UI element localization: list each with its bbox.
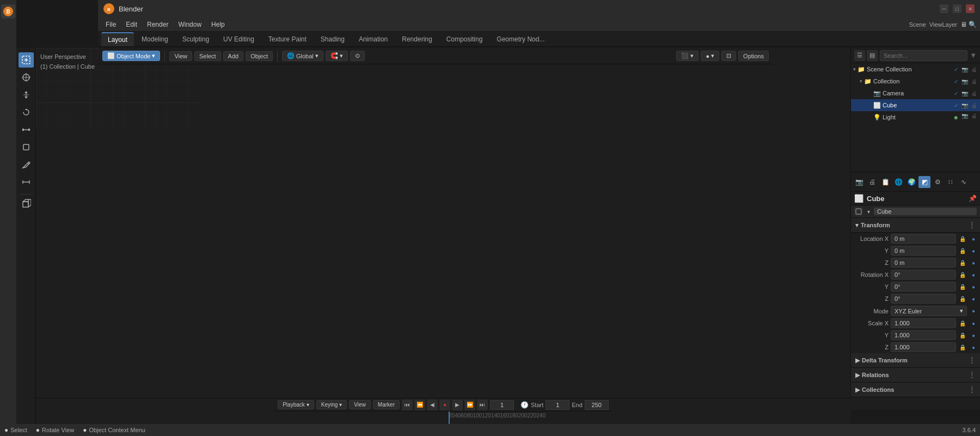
- col-camera[interactable]: 📷: [960, 78, 969, 84]
- scale-z-value[interactable]: 1.000: [891, 342, 956, 352]
- start-frame-input[interactable]: [546, 400, 569, 410]
- sc-camera[interactable]: 📷: [960, 66, 969, 72]
- options-button[interactable]: Options: [738, 51, 769, 61]
- 3d-viewport[interactable]: Y X Z 📷 ✋ 🔍 ⊞: [36, 48, 980, 410]
- props-icon-render[interactable]: 📷: [853, 176, 865, 188]
- scale-y-dot[interactable]: ●: [969, 331, 978, 340]
- outliner-camera[interactable]: 📷 Camera ✓ 📷 🖨: [851, 87, 980, 99]
- loc-z-lock[interactable]: 🔒: [958, 258, 967, 267]
- current-frame-input[interactable]: [490, 400, 514, 410]
- props-icon-particles[interactable]: ∷: [945, 176, 957, 188]
- mesh-name[interactable]: Cube: [874, 208, 977, 215]
- light-render[interactable]: 🖨: [970, 113, 978, 122]
- header-icon-2[interactable]: 🔍: [969, 21, 977, 28]
- props-icon-output[interactable]: 🖨: [866, 176, 878, 188]
- light-visibility[interactable]: ●: [953, 113, 959, 122]
- outliner-scene-collection[interactable]: ▾ 📁 Scene Collection ✓ 📷 🖨: [851, 63, 980, 75]
- tab-rendering[interactable]: Rendering: [395, 32, 438, 46]
- scale-x-value[interactable]: 1.000: [891, 318, 956, 328]
- cube-visibility[interactable]: ✓: [953, 102, 959, 108]
- end-frame-input[interactable]: [585, 400, 609, 410]
- outliner-filter-icon[interactable]: ▼: [970, 51, 977, 59]
- light-camera[interactable]: 📷: [960, 113, 969, 122]
- cam-render[interactable]: 🖨: [970, 90, 978, 96]
- tab-layout[interactable]: Layout: [101, 32, 134, 46]
- location-x-value[interactable]: 0 m: [891, 234, 956, 244]
- rot-y-lock[interactable]: 🔒: [958, 282, 967, 291]
- view-menu-timeline[interactable]: View: [349, 400, 371, 409]
- col-render[interactable]: 🖨: [970, 78, 978, 84]
- relations-menu-icon[interactable]: ⋮: [968, 371, 976, 379]
- props-icon-object[interactable]: ◩: [918, 176, 930, 188]
- loc-x-dot[interactable]: ●: [969, 234, 978, 243]
- loc-y-dot[interactable]: ●: [969, 246, 978, 255]
- playback-menu[interactable]: Playback ▾: [278, 400, 314, 409]
- tab-geometry-nodes[interactable]: Geometry Nod...: [490, 32, 551, 46]
- relations-header[interactable]: ▶ Relations ⋮: [851, 368, 980, 383]
- transform-section-header[interactable]: ▾ Transform ⋮: [851, 218, 980, 233]
- rotation-x-value[interactable]: 0°: [891, 270, 956, 280]
- scale-z-dot[interactable]: ●: [969, 343, 978, 352]
- collections-header[interactable]: ▶ Collections ⋮: [851, 383, 980, 397]
- mode-selector[interactable]: ⬜ Object Mode ▾: [102, 51, 160, 61]
- keying-menu[interactable]: Keying ▾: [316, 400, 347, 409]
- col-visibility[interactable]: ✓: [953, 78, 959, 84]
- xray-button[interactable]: ⊡: [721, 51, 736, 61]
- overlay-button[interactable]: ⬛ ▾: [676, 51, 699, 61]
- rot-x-lock[interactable]: 🔒: [958, 270, 967, 279]
- tab-shading[interactable]: Shading: [314, 32, 351, 46]
- mesh-expand-icon[interactable]: ▾: [865, 208, 872, 215]
- props-icon-modifier[interactable]: ⚙: [932, 176, 944, 188]
- rot-y-dot[interactable]: ●: [969, 282, 978, 291]
- outliner-icon-1[interactable]: ☰: [854, 50, 865, 61]
- play-btn[interactable]: ▶: [452, 399, 463, 410]
- rot-x-dot[interactable]: ●: [969, 270, 978, 279]
- tool-annotate[interactable]: [19, 157, 34, 172]
- menu-help[interactable]: Help: [207, 20, 229, 29]
- transform-menu-icon[interactable]: ⋮: [968, 221, 976, 229]
- scale-z-lock[interactable]: 🔒: [958, 343, 967, 352]
- tool-select-box[interactable]: [19, 52, 34, 68]
- scale-y-value[interactable]: 1.000: [891, 330, 956, 340]
- tab-uv-editing[interactable]: UV Editing: [217, 32, 261, 46]
- scale-x-lock[interactable]: 🔒: [958, 319, 967, 328]
- sc-render[interactable]: 🖨: [970, 66, 978, 72]
- menu-window[interactable]: Window: [174, 20, 206, 29]
- jump-start-btn[interactable]: ⏮: [402, 399, 413, 410]
- props-icon-viewlayer[interactable]: 📋: [879, 176, 891, 188]
- sc-visibility[interactable]: ✓: [953, 66, 959, 72]
- record-btn[interactable]: ●: [439, 399, 450, 410]
- collections-menu-icon[interactable]: ⋮: [968, 385, 976, 394]
- props-icon-physics[interactable]: ∿: [958, 176, 970, 188]
- object-menu[interactable]: Object: [246, 51, 273, 61]
- select-menu[interactable]: Select: [194, 51, 221, 61]
- maximize-button[interactable]: □: [953, 4, 961, 13]
- tool-scale[interactable]: [19, 122, 34, 137]
- outliner-icon-2[interactable]: ▤: [867, 50, 878, 61]
- cam-camera[interactable]: 📷: [960, 90, 969, 96]
- rotation-z-value[interactable]: 0°: [891, 294, 956, 304]
- jump-end-btn[interactable]: ⏭: [477, 399, 488, 410]
- tool-move[interactable]: [19, 87, 34, 102]
- play-reverse-btn[interactable]: ◀: [427, 399, 438, 410]
- props-pin-icon[interactable]: 📌: [969, 195, 977, 202]
- snap-button[interactable]: 🧲 ▾: [326, 51, 348, 61]
- tool-rotate[interactable]: [19, 105, 34, 120]
- rot-z-dot[interactable]: ●: [969, 294, 978, 303]
- delta-menu-icon[interactable]: ⋮: [968, 356, 976, 365]
- proportional-edit[interactable]: ⊙: [350, 51, 365, 61]
- header-icon-1[interactable]: 🖥: [960, 21, 967, 28]
- tool-measure[interactable]: [19, 174, 34, 190]
- menu-render[interactable]: Render: [143, 20, 173, 29]
- outliner-light[interactable]: 💡 Light ● 📷 🖨: [851, 111, 980, 123]
- tool-add-cube[interactable]: [19, 194, 34, 209]
- outliner-search-input[interactable]: [880, 50, 967, 61]
- add-menu[interactable]: Add: [223, 51, 244, 61]
- menu-file[interactable]: File: [101, 20, 120, 29]
- tab-animation[interactable]: Animation: [352, 32, 394, 46]
- menu-edit[interactable]: Edit: [121, 20, 142, 29]
- tab-sculpting[interactable]: Sculpting: [176, 32, 216, 46]
- tab-modeling[interactable]: Modeling: [135, 32, 175, 46]
- loc-y-lock[interactable]: 🔒: [958, 246, 967, 255]
- step-forward-btn[interactable]: ⏩: [464, 399, 475, 410]
